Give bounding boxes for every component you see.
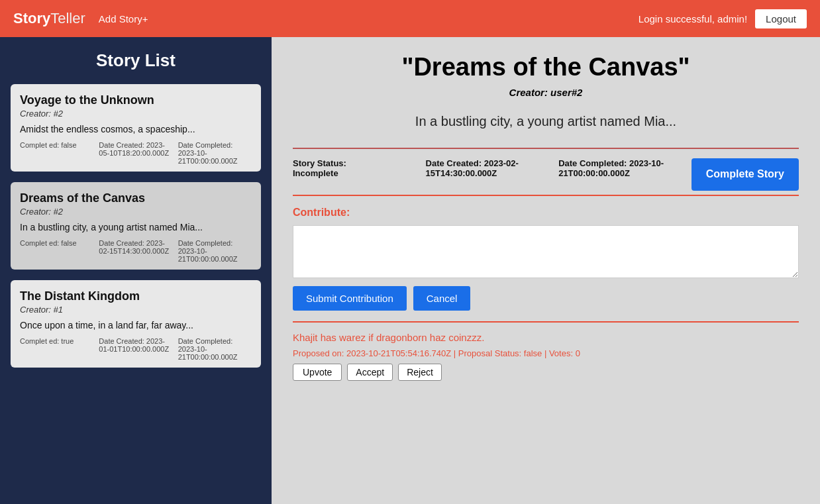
story-card-title-0: Voyage to the Unknown: [20, 93, 252, 107]
story-status-value: Incomplete: [293, 168, 338, 178]
story-card-meta-0: Complet ed: false Date Created: 2023-05-…: [20, 141, 252, 165]
layout: Story List Voyage to the Unknown Creator…: [0, 37, 820, 504]
navbar: StoryTeller Add Story+ Login successful,…: [0, 0, 820, 37]
story-status-label: Story Status:: [293, 158, 346, 168]
reject-button[interactable]: Reject: [398, 364, 442, 381]
story-card-completed-1: Complet ed: false: [20, 239, 93, 263]
story-card-completed-2: Complet ed: true: [20, 337, 93, 361]
story-main-excerpt: In a bustling city, a young artist named…: [293, 114, 799, 129]
navbar-left: StoryTeller Add Story+: [13, 10, 148, 27]
story-card-meta-1: Complet ed: false Date Created: 2023-02-…: [20, 239, 252, 263]
story-main-title: "Dreams of the Canvas": [293, 53, 799, 81]
status-bar: Story Status: Incomplete Date Created: 2…: [293, 148, 799, 191]
main-content: "Dreams of the Canvas" Creator: user#2 I…: [272, 37, 820, 504]
story-card-excerpt-1: In a bustling city, a young artist named…: [20, 222, 252, 232]
contribute-textarea[interactable]: [293, 225, 799, 278]
complete-story-button[interactable]: Complete Story: [692, 158, 799, 191]
story-card-title-1: Dreams of the Canvas: [20, 191, 252, 205]
story-card-title-2: The Distant Kingdom: [20, 289, 252, 303]
accept-button[interactable]: Accept: [347, 364, 393, 381]
story-card-date-completed-1: Date Completed: 2023-10-21T00:00:00.000Z: [178, 239, 252, 263]
story-card-creator-1: Creator: #2: [20, 207, 252, 217]
contribute-section: Contribute: Submit Contribution Cancel: [293, 195, 799, 311]
navbar-right: Login successful, admin! Logout: [639, 9, 807, 28]
story-status: Story Status: Incomplete: [293, 158, 426, 178]
story-date-completed: Date Completed: 2023-10-21T00:00:00.000Z: [558, 158, 692, 178]
story-card-date-completed-2: Date Completed: 2023-10-21T00:00:00.000Z: [178, 337, 252, 361]
logout-button[interactable]: Logout: [755, 9, 807, 28]
contribution-actions: Upvote Accept Reject: [293, 364, 799, 381]
contribution-text: Khajit has warez if dragonborn haz coinz…: [293, 332, 799, 343]
story-card-2[interactable]: The Distant Kingdom Creator: #1 Once upo…: [11, 280, 261, 368]
story-card-date-created-2: Date Created: 2023-01-01T10:00:00.000Z: [99, 337, 172, 361]
sidebar-title: Story List: [11, 50, 261, 71]
contribute-buttons: Submit Contribution Cancel: [293, 286, 799, 311]
upvote-button[interactable]: Upvote: [293, 364, 342, 381]
brand: StoryTeller: [13, 10, 85, 27]
login-status-text: Login successful, admin!: [639, 13, 747, 25]
story-card-creator-0: Creator: #2: [20, 109, 252, 119]
story-card-0[interactable]: Voyage to the Unknown Creator: #2 Amidst…: [11, 84, 261, 172]
story-card-date-created-0: Date Created: 2023-05-10T18:20:00.000Z: [99, 141, 172, 165]
brand-story: Story: [13, 10, 50, 26]
story-card-date-created-1: Date Created: 2023-02-15T14:30:00.000Z: [99, 239, 172, 263]
story-card-date-completed-0: Date Completed: 2023-10-21T00:00:00.000Z: [178, 141, 252, 165]
sidebar: Story List Voyage to the Unknown Creator…: [0, 37, 272, 504]
contribution-section: Khajit has warez if dragonborn haz coinz…: [293, 321, 799, 381]
story-main-creator: Creator: user#2: [293, 87, 799, 98]
add-story-link[interactable]: Add Story+: [99, 13, 148, 25]
cancel-button[interactable]: Cancel: [413, 286, 471, 311]
story-card-1[interactable]: Dreams of the Canvas Creator: #2 In a bu…: [11, 182, 261, 270]
story-card-meta-2: Complet ed: true Date Created: 2023-01-0…: [20, 337, 252, 361]
story-card-completed-0: Complet ed: false: [20, 141, 93, 165]
story-card-excerpt-2: Once upon a time, in a land far, far awa…: [20, 320, 252, 330]
story-card-creator-2: Creator: #1: [20, 305, 252, 315]
story-date-created: Date Created: 2023-02-15T14:30:00.000Z: [426, 158, 559, 178]
contribution-meta: Proposed on: 2023-10-21T05:54:16.740Z | …: [293, 348, 799, 358]
contribute-label: Contribute:: [293, 207, 799, 219]
submit-contribution-button[interactable]: Submit Contribution: [293, 286, 407, 311]
brand-teller: Teller: [50, 10, 85, 26]
story-card-excerpt-0: Amidst the endless cosmos, a spaceship..…: [20, 124, 252, 134]
